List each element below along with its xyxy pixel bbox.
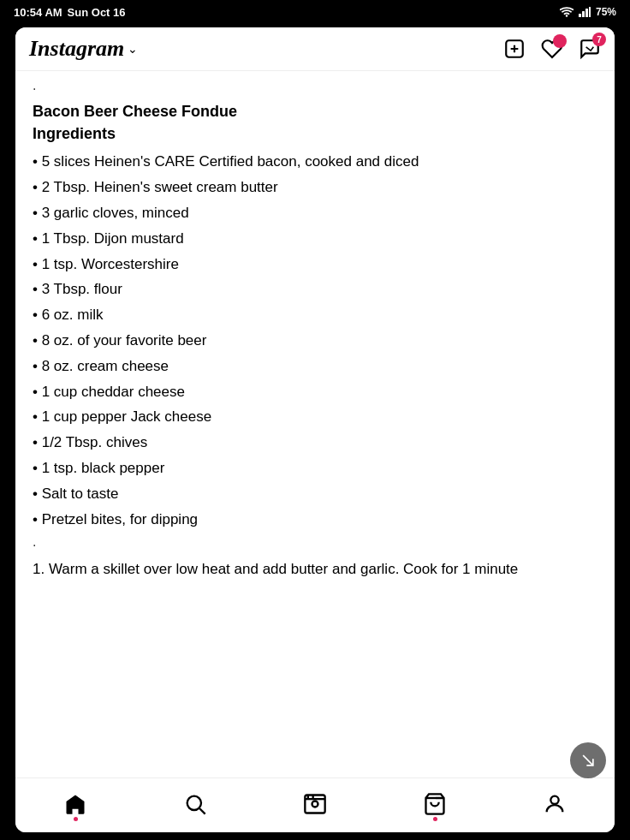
- account-switcher-chevron[interactable]: ⌄: [128, 42, 138, 57]
- nav-profile[interactable]: [543, 792, 567, 816]
- activity-badge: [553, 34, 567, 48]
- separator-dot-2: ·: [33, 538, 597, 553]
- svg-rect-2: [585, 9, 588, 17]
- home-icon: [63, 792, 87, 816]
- new-post-button[interactable]: [503, 38, 526, 60]
- ingredient-6: • 3 Tbsp. flour: [33, 279, 597, 300]
- ingredient-15: • Pretzel bites, for dipping: [33, 509, 597, 530]
- time: 10:54 AM: [14, 6, 62, 19]
- ingredient-7: • 6 oz. milk: [33, 305, 597, 325]
- scroll-to-bottom-button[interactable]: [570, 742, 606, 778]
- ingredient-1: • 5 slices Heinen's CARE Certified bacon…: [33, 152, 597, 172]
- reels-icon: [303, 792, 327, 816]
- ingredient-12: • 1/2 Tbsp. chives: [33, 432, 597, 453]
- shop-active-dot: [433, 817, 437, 821]
- date: Sun Oct 16: [68, 6, 126, 19]
- activity-button[interactable]: [541, 38, 563, 60]
- messages-badge: 7: [592, 33, 606, 46]
- bottom-nav: [15, 777, 615, 832]
- svg-line-16: [583, 755, 593, 766]
- ingredient-14: • Salt to taste: [33, 484, 597, 504]
- add-square-icon: [503, 38, 526, 60]
- svg-point-15: [550, 795, 558, 803]
- ingredient-11: • 1 cup pepper Jack cheese: [33, 407, 597, 427]
- wifi-icon: [560, 7, 574, 17]
- svg-rect-3: [589, 7, 591, 17]
- instagram-header: Instagram ⌄: [15, 27, 615, 71]
- diagonal-arrow-icon: [579, 752, 597, 769]
- search-icon: [183, 792, 207, 816]
- ingredients-list: • 5 slices Heinen's CARE Certified bacon…: [33, 152, 597, 529]
- ingredient-4: • 1 Tbsp. Dijon mustard: [33, 229, 597, 249]
- shop-icon: [423, 792, 447, 816]
- svg-rect-1: [582, 11, 585, 17]
- battery: 75%: [596, 6, 616, 18]
- ingredient-13: • 1 tsp. black pepper: [33, 458, 597, 479]
- status-bar: 10:54 AM Sun Oct 16 75%: [0, 0, 630, 24]
- profile-icon: [543, 792, 567, 816]
- post-content: · Bacon Beer Cheese Fondue Ingredients •…: [15, 71, 615, 777]
- nav-shop[interactable]: [423, 792, 447, 816]
- home-active-dot: [74, 817, 78, 821]
- svg-line-8: [199, 808, 205, 813]
- main-screen: Instagram ⌄: [15, 27, 615, 832]
- instruction-1: 1. Warm a skillet over low heat and add …: [33, 558, 597, 581]
- nav-search[interactable]: [183, 792, 207, 816]
- ingredient-9: • 8 oz. cream cheese: [33, 356, 597, 377]
- recipe-subtitle: Ingredients: [33, 125, 597, 143]
- ingredient-8: • 8 oz. of your favorite beer: [33, 331, 597, 351]
- ingredient-5: • 1 tsp. Worcestershire: [33, 254, 597, 275]
- header-icons: 7: [503, 38, 601, 60]
- messages-button[interactable]: 7: [579, 38, 601, 60]
- svg-rect-0: [579, 14, 581, 17]
- svg-point-7: [187, 795, 201, 809]
- ingredient-2: • 2 Tbsp. Heinen's sweet cream butter: [33, 177, 597, 198]
- nav-reels[interactable]: [303, 792, 327, 816]
- svg-point-10: [312, 801, 318, 807]
- recipe-title: Bacon Beer Cheese Fondue: [33, 102, 597, 122]
- ingredient-3: • 3 garlic cloves, minced: [33, 203, 597, 223]
- instagram-logo: Instagram ⌄: [29, 36, 138, 62]
- nav-home[interactable]: [63, 792, 87, 816]
- signal-icon: [579, 7, 591, 17]
- ingredient-10: • 1 cup cheddar cheese: [33, 382, 597, 402]
- separator-dot-1: ·: [33, 81, 597, 97]
